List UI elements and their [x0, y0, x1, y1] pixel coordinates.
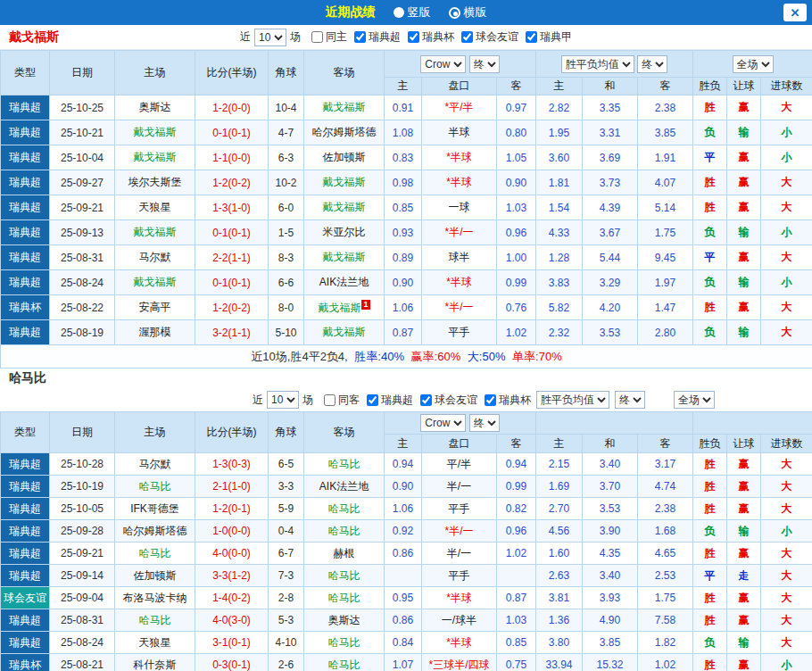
- euro-odds-select-2[interactable]: 胜平负均值: [536, 391, 609, 409]
- handicap-result-cell: 赢: [727, 195, 761, 220]
- checkbox-input[interactable]: [420, 394, 432, 406]
- away-team-cell: AIK法兰地: [304, 476, 385, 498]
- checkbox-input[interactable]: [485, 394, 496, 406]
- away-team-cell: 哈马比: [304, 453, 385, 476]
- close-button[interactable]: ✕: [783, 4, 807, 21]
- bookmaker-select[interactable]: Crow: [420, 55, 466, 73]
- filter-checkbox[interactable]: 球会友谊: [420, 393, 477, 408]
- asian-home-odds-cell: 0.95: [385, 587, 422, 609]
- checkbox-input[interactable]: [324, 394, 336, 406]
- subcol-handicap-2: 盘口: [422, 435, 497, 453]
- league-cell: 瑞典超: [1, 632, 50, 654]
- goals-cell: 大: [761, 587, 812, 609]
- checkbox-input[interactable]: [311, 31, 323, 43]
- scope-select-2[interactable]: 全场: [674, 391, 715, 409]
- home-team-cell: 天狼星: [115, 195, 195, 220]
- euro-home-odds-cell: 1.81: [536, 170, 583, 195]
- asian-final-select-2[interactable]: 终: [469, 414, 500, 432]
- goals-cell: 大: [761, 476, 812, 498]
- filter-checkbox[interactable]: 瑞典超: [367, 393, 413, 408]
- euro-away-odds-cell: 1.68: [638, 520, 693, 543]
- date-cell: 25-09-14: [50, 565, 115, 587]
- match-count-select[interactable]: 10: [254, 29, 286, 46]
- checkbox-label: 瑞典杯: [422, 29, 454, 45]
- handicap-cell: *半/一: [422, 520, 497, 543]
- handicap-cell: 平手: [422, 320, 497, 345]
- league-cell: 瑞典超: [1, 245, 50, 270]
- checkbox-input[interactable]: [354, 31, 366, 43]
- euro-home-odds-cell: 5.82: [536, 295, 583, 320]
- horizontal-layout-radio[interactable]: 横版: [449, 4, 487, 21]
- corner-cell: 6-0: [269, 195, 304, 220]
- away-team-cell: 奥斯达: [304, 609, 385, 632]
- checkbox-input[interactable]: [367, 394, 378, 406]
- asian-final-select[interactable]: 终: [469, 55, 500, 73]
- euro-draw-odds-cell: 3.53: [583, 320, 638, 345]
- euro-home-odds-cell: 2.63: [536, 565, 583, 587]
- checkbox-input[interactable]: [408, 31, 419, 43]
- bookmaker-select-2[interactable]: Crow: [420, 414, 466, 432]
- scope-select[interactable]: 全场: [733, 55, 774, 73]
- match-row: 瑞典超25-09-28哈尔姆斯塔德1-0(0-0)0-4哈马比0.92*半/一0…: [1, 520, 812, 543]
- handicap-result-cell: 输: [727, 220, 761, 245]
- home-team-cell: 布洛马波卡纳: [115, 587, 195, 609]
- result-cell: 胜: [693, 195, 727, 220]
- score-cell: 2-2(1-1): [195, 245, 269, 270]
- euro-home-odds-cell: 3.60: [536, 145, 583, 170]
- euro-home-odds-cell: 1.36: [536, 609, 583, 632]
- league-cell: 瑞典杯: [1, 295, 50, 320]
- euro-away-odds-cell: 5.14: [638, 195, 693, 220]
- euro-draw-odds-cell: 4.90: [583, 609, 638, 632]
- match-row: 瑞典超25-09-14佐加顿斯3-3(1-2)7-3哈马比平手2.633.402…: [1, 565, 812, 587]
- handicap-result-cell: 赢: [727, 295, 761, 320]
- euro-draw-odds-cell: 3.29: [583, 270, 638, 295]
- goals-cell: 大: [761, 245, 812, 270]
- match-count-select-2[interactable]: 10: [267, 391, 299, 409]
- goals-cell: 大: [761, 320, 812, 345]
- away-team-cell: 哈马比: [304, 587, 385, 609]
- handicap-cell: *半球: [422, 587, 497, 609]
- score-cell: 1-2(0-2): [195, 295, 269, 320]
- checkbox-input[interactable]: [526, 31, 537, 43]
- filter-checkbox[interactable]: 瑞典杯: [485, 393, 531, 408]
- match-row: 瑞典超25-08-19渥那模3-2(1-1)5-10戴戈福斯0.87平手1.02…: [1, 320, 812, 345]
- euro-home-odds-cell: 2.82: [536, 95, 583, 120]
- asian-home-odds-cell: 0.92: [385, 520, 422, 543]
- games-label-2: 场: [302, 393, 313, 408]
- subcol-asian-away-2: 客: [497, 435, 536, 453]
- score-cell: 1-2(0-1): [195, 498, 269, 520]
- filter-checkbox[interactable]: 球会友谊: [461, 29, 518, 45]
- date-cell: 25-09-28: [50, 520, 115, 543]
- date-cell: 25-10-21: [50, 120, 115, 145]
- filter-checkbox[interactable]: 同主: [311, 29, 347, 45]
- league-cell: 瑞典超: [1, 120, 50, 145]
- topbar: 近期战绩 竖版 横版 ✕: [0, 0, 812, 25]
- corner-cell: 8-3: [269, 245, 304, 270]
- league-cell: 瑞典超: [1, 609, 50, 632]
- home-team-cell: 天狼星: [115, 632, 195, 654]
- date-cell: 25-08-22: [50, 295, 115, 320]
- asian-home-odds-cell: 0.94: [385, 453, 422, 476]
- euro-odds-select[interactable]: 胜平负均值: [561, 55, 634, 73]
- corner-cell: 5-3: [269, 609, 304, 632]
- result-cell: 胜: [693, 543, 727, 565]
- league-cell: 瑞典超: [1, 453, 50, 476]
- date-cell: 25-09-27: [50, 170, 115, 195]
- filter-checkbox[interactable]: 同客: [324, 393, 360, 408]
- euro-final-select[interactable]: 终: [637, 55, 667, 73]
- asian-home-odds-cell: 0.90: [385, 476, 422, 498]
- match-row: 瑞典杯25-08-21科什奈斯0-3(0-1)2-6哈马比1.07*三球半/四球…: [1, 654, 812, 671]
- filter-checkbox[interactable]: 瑞典杯: [408, 29, 454, 45]
- handicap-result-cell: 赢: [727, 587, 761, 609]
- euro-final-select-2[interactable]: 终: [615, 391, 645, 409]
- league-cell: 瑞典超: [1, 145, 50, 170]
- score-cell: 1-2(0-2): [195, 170, 269, 195]
- score-cell: 1-1(0-0): [195, 145, 269, 170]
- match-row: 球会友谊25-09-04布洛马波卡纳1-4(0-2)2-8哈马比0.95*半球0…: [1, 587, 812, 609]
- score-cell: 3-2(1-1): [195, 320, 269, 345]
- filter-checkbox[interactable]: 瑞典超: [354, 29, 401, 45]
- score-cell: 1-3(0-3): [195, 453, 269, 476]
- filter-checkbox[interactable]: 瑞典甲: [526, 29, 572, 45]
- vertical-layout-radio[interactable]: 竖版: [394, 4, 431, 21]
- checkbox-input[interactable]: [461, 31, 473, 43]
